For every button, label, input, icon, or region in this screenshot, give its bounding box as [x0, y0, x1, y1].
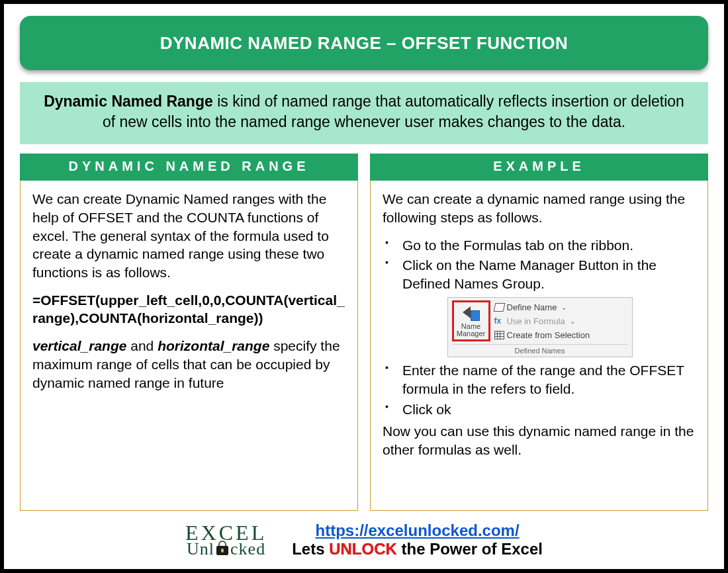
example-closing: Now you can use this dynamic named range… — [383, 422, 697, 459]
define-name-option: Define Name⌄ — [494, 302, 628, 313]
param2: horizontal_range — [158, 338, 269, 353]
document-frame: DYNAMIC NAMED RANGE – OFFSET FUNCTION Dy… — [0, 0, 728, 573]
ribbon-group-label: Defined Names — [452, 344, 628, 356]
name-manager-button: Name Manager — [452, 300, 490, 341]
chevron-down-icon: ⌄ — [570, 317, 575, 326]
footer-tagline: Lets UNLOCK the Power of Excel — [292, 540, 543, 558]
logo: EXCEL Unl cked — [185, 522, 267, 558]
param-note: vertical_range and horizontal_range spec… — [32, 337, 347, 392]
formula-text: =OFFSET(upper_left_cell,0,0,COUNTA(verti… — [32, 291, 347, 328]
title-text: DYNAMIC NAMED RANGE – OFFSET FUNCTION — [160, 33, 569, 54]
step-item: Click on the Name Manager Button in the … — [398, 256, 697, 292]
left-para1: We can create Dynamic Named ranges with … — [32, 190, 347, 282]
param1: vertical_range — [32, 338, 126, 353]
steps-list-after: Enter the name of the range and the OFFS… — [383, 361, 697, 418]
right-column: EXAMPLE We can create a dynamic named ra… — [370, 154, 708, 511]
right-column-header: EXAMPLE — [370, 154, 708, 181]
chevron-down-icon: ⌄ — [561, 303, 567, 312]
step-item: Click ok — [398, 400, 697, 419]
right-column-body: We can create a dynamic named range usin… — [370, 181, 708, 511]
example-intro: We can create a dynamic named range usin… — [383, 190, 697, 226]
step-item: Go to the Formulas tab on the ribbon. — [398, 236, 697, 255]
footer-link[interactable]: https://excelunlocked.com/ — [316, 521, 520, 539]
intro-term: Dynamic Named Range — [44, 93, 213, 110]
tag-icon — [493, 303, 505, 312]
footer: EXCEL Unl cked https://excelunlocked.com… — [20, 511, 708, 562]
columns: DYNAMIC NAMED RANGE We can create Dynami… — [20, 154, 708, 511]
name-manager-icon — [463, 304, 480, 321]
left-column-header: DYNAMIC NAMED RANGE — [20, 154, 358, 181]
ribbon-graphic: Name Manager Define Name⌄ fx Use in Form… — [447, 297, 633, 358]
create-from-selection-option: Create from Selection — [494, 330, 628, 341]
left-column-body: We can create Dynamic Named ranges with … — [20, 181, 358, 511]
footer-text: https://excelunlocked.com/ Lets UNLOCK t… — [292, 521, 543, 558]
steps-list: Go to the Formulas tab on the ribbon. Cl… — [383, 236, 697, 293]
left-column: DYNAMIC NAMED RANGE We can create Dynami… — [20, 154, 358, 511]
logo-row2: Unl cked — [187, 541, 265, 558]
title-bar: DYNAMIC NAMED RANGE – OFFSET FUNCTION — [20, 16, 708, 70]
intro-box: Dynamic Named Range is kind of named ran… — [20, 82, 708, 144]
lock-icon — [215, 541, 230, 558]
grid-icon — [494, 331, 504, 339]
step-item: Enter the name of the range and the OFFS… — [398, 361, 697, 398]
fx-icon: fx — [494, 317, 504, 326]
use-in-formula-option: fx Use in Formula⌄ — [494, 316, 628, 327]
